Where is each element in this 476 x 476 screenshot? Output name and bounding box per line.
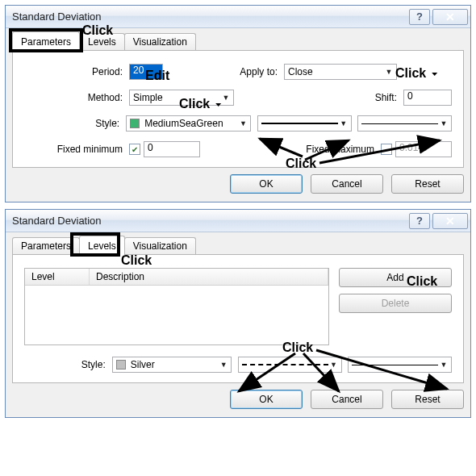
close-icon: ✕ bbox=[445, 10, 455, 23]
client-area: Parameters Levels Visualization Period: … bbox=[6, 28, 470, 202]
tab-parameters[interactable]: Parameters bbox=[12, 31, 80, 51]
fixed-max-input[interactable]: 0.0147 bbox=[395, 141, 452, 157]
fixed-min-checkbox[interactable]: ✔ bbox=[129, 144, 140, 155]
client-area: Parameters Levels Visualization Level De… bbox=[6, 232, 470, 417]
apply-to-value: Close bbox=[288, 66, 313, 77]
levels-panel: Level Description Add Delete Style: Silv… bbox=[12, 254, 464, 383]
fixed-min-label: Fixed minimum bbox=[24, 144, 129, 155]
period-input[interactable]: 20 bbox=[129, 64, 163, 80]
style-label: Style: bbox=[24, 359, 112, 370]
style-color-value: MediumSeaGreen bbox=[144, 118, 223, 129]
button-row: OK Cancel Reset bbox=[12, 168, 464, 195]
help-button[interactable]: ? bbox=[409, 213, 430, 229]
chevron-down-icon: ▼ bbox=[220, 94, 232, 102]
cancel-button[interactable]: Cancel bbox=[311, 174, 383, 194]
close-button[interactable]: ✕ bbox=[432, 9, 468, 25]
style-color-combo[interactable]: MediumSeaGreen ▼ bbox=[126, 115, 251, 132]
levels-list[interactable]: Level Description bbox=[24, 268, 329, 345]
style-line-combo[interactable]: ▼ bbox=[257, 115, 352, 132]
method-label: Method: bbox=[24, 92, 129, 103]
cancel-button[interactable]: Cancel bbox=[311, 390, 383, 409]
color-swatch-icon bbox=[130, 119, 140, 128]
tab-visualization[interactable]: Visualization bbox=[124, 33, 196, 51]
close-icon: ✕ bbox=[445, 215, 455, 228]
style-line-combo[interactable]: ▼ bbox=[238, 357, 342, 373]
chevron-down-icon: ▼ bbox=[438, 361, 449, 369]
window-title: Standard Deviation bbox=[12, 215, 409, 227]
window-title: Standard Deviation bbox=[12, 10, 409, 23]
col-level: Level bbox=[25, 269, 90, 285]
chevron-down-icon: ▼ bbox=[218, 361, 229, 369]
chevron-down-icon: ▼ bbox=[438, 119, 449, 127]
shift-label: Shift: bbox=[363, 92, 403, 103]
color-swatch-icon bbox=[116, 360, 126, 370]
style-width-combo[interactable]: ▼ bbox=[348, 357, 452, 373]
fixed-max-checkbox[interactable] bbox=[381, 144, 392, 155]
col-description: Description bbox=[90, 269, 328, 285]
tab-visualization[interactable]: Visualization bbox=[124, 237, 196, 255]
tabstrip: Parameters Levels Visualization bbox=[12, 236, 464, 255]
tab-levels[interactable]: Levels bbox=[79, 33, 125, 51]
period-label: Period: bbox=[24, 66, 129, 77]
dialog-levels: Standard Deviation ? ✕ Parameters Levels… bbox=[5, 209, 471, 418]
dialog-parameters: Standard Deviation ? ✕ Parameters Levels… bbox=[5, 5, 471, 203]
shift-input[interactable]: 0 bbox=[403, 90, 452, 106]
tab-parameters[interactable]: Parameters bbox=[12, 237, 80, 255]
style-color-value: Silver bbox=[131, 359, 155, 370]
chevron-down-icon: ▼ bbox=[328, 361, 340, 369]
delete-button[interactable]: Delete bbox=[339, 294, 452, 313]
tab-levels[interactable]: Levels bbox=[79, 236, 125, 255]
chevron-down-icon: ▼ bbox=[338, 119, 349, 127]
style-width-combo[interactable]: ▼ bbox=[357, 115, 452, 132]
ok-button[interactable]: OK bbox=[230, 174, 303, 194]
tabstrip: Parameters Levels Visualization bbox=[12, 31, 464, 51]
fixed-min-input[interactable]: 0 bbox=[144, 141, 200, 157]
parameters-panel: Period: 20 Apply to: Close ▼ Method: Sim… bbox=[12, 50, 464, 168]
list-header: Level Description bbox=[25, 269, 328, 286]
titlebar: Standard Deviation ? ✕ bbox=[6, 6, 470, 28]
close-button[interactable]: ✕ bbox=[432, 213, 468, 229]
reset-button[interactable]: Reset bbox=[391, 390, 464, 409]
ok-button[interactable]: OK bbox=[230, 390, 303, 409]
fixed-max-label: Fixed maximum bbox=[300, 144, 381, 155]
add-button[interactable]: Add bbox=[339, 268, 452, 287]
style-label: Style: bbox=[24, 118, 126, 129]
button-row: OK Cancel Reset bbox=[12, 383, 464, 411]
titlebar: Standard Deviation ? ✕ bbox=[6, 210, 470, 232]
chevron-down-icon: ▼ bbox=[383, 68, 395, 76]
reset-button[interactable]: Reset bbox=[391, 174, 464, 194]
apply-to-combo[interactable]: Close ▼ bbox=[284, 64, 397, 80]
apply-to-label: Apply to: bbox=[219, 66, 284, 77]
method-combo[interactable]: Simple ▼ bbox=[129, 90, 234, 106]
method-value: Simple bbox=[133, 92, 163, 103]
chevron-down-icon: ▼ bbox=[237, 119, 248, 127]
style-color-combo[interactable]: Silver ▼ bbox=[112, 357, 232, 373]
help-button[interactable]: ? bbox=[409, 9, 430, 25]
